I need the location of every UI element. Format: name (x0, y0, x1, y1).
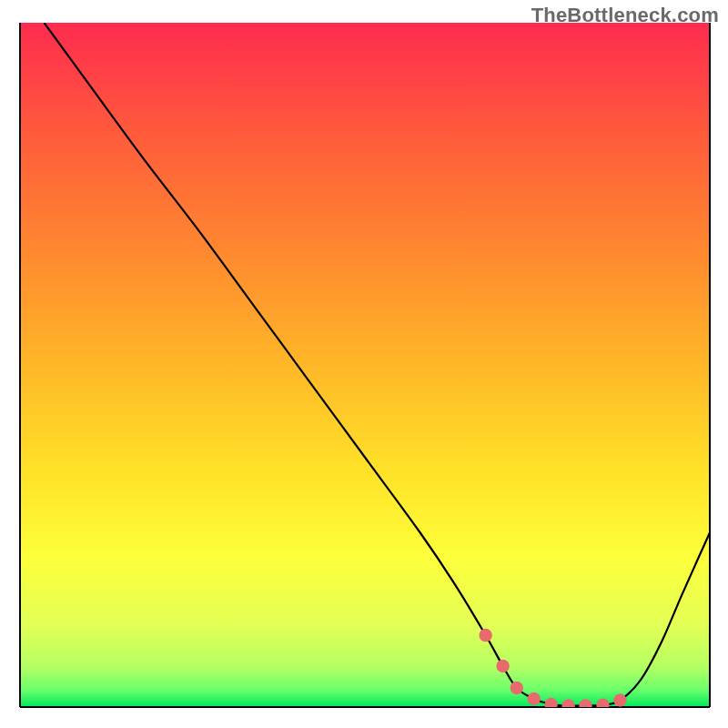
svg-point-10 (579, 699, 592, 712)
svg-point-6 (511, 682, 523, 694)
svg-point-9 (561, 699, 574, 712)
gradient-background (20, 23, 710, 707)
svg-point-7 (528, 693, 541, 705)
svg-point-8 (544, 698, 557, 711)
watermark-text: TheBottleneck.com (531, 4, 719, 27)
svg-point-5 (496, 660, 509, 672)
bottleneck-chart (0, 0, 728, 728)
svg-point-4 (479, 629, 491, 642)
svg-point-12 (613, 693, 626, 706)
svg-point-11 (596, 699, 609, 712)
